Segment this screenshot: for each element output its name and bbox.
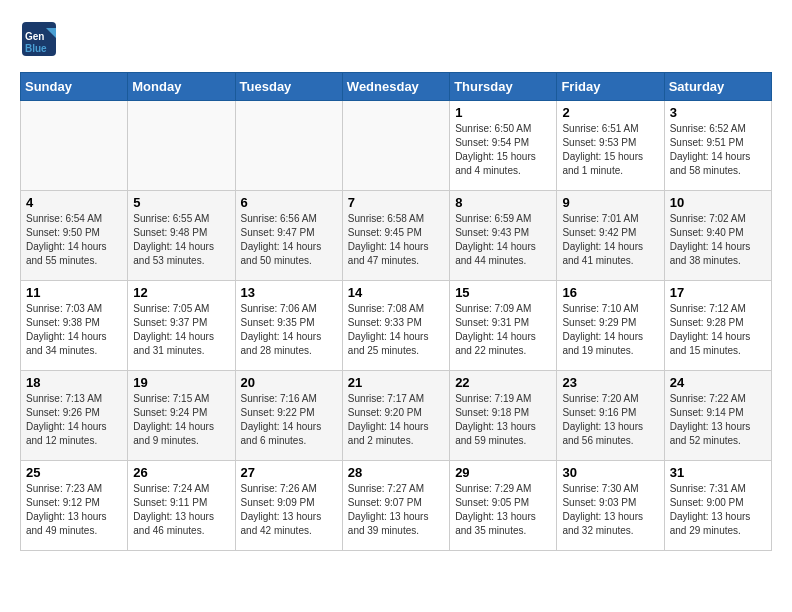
calendar-cell: 11Sunrise: 7:03 AM Sunset: 9:38 PM Dayli… <box>21 281 128 371</box>
day-info: Sunrise: 7:02 AM Sunset: 9:40 PM Dayligh… <box>670 212 766 268</box>
weekday-header-wednesday: Wednesday <box>342 73 449 101</box>
day-info: Sunrise: 7:05 AM Sunset: 9:37 PM Dayligh… <box>133 302 229 358</box>
day-info: Sunrise: 7:30 AM Sunset: 9:03 PM Dayligh… <box>562 482 658 538</box>
calendar-cell: 21Sunrise: 7:17 AM Sunset: 9:20 PM Dayli… <box>342 371 449 461</box>
day-number: 27 <box>241 465 337 480</box>
day-info: Sunrise: 6:52 AM Sunset: 9:51 PM Dayligh… <box>670 122 766 178</box>
day-info: Sunrise: 7:23 AM Sunset: 9:12 PM Dayligh… <box>26 482 122 538</box>
calendar-cell: 26Sunrise: 7:24 AM Sunset: 9:11 PM Dayli… <box>128 461 235 551</box>
day-number: 28 <box>348 465 444 480</box>
day-info: Sunrise: 7:06 AM Sunset: 9:35 PM Dayligh… <box>241 302 337 358</box>
day-number: 3 <box>670 105 766 120</box>
day-number: 7 <box>348 195 444 210</box>
calendar-cell: 7Sunrise: 6:58 AM Sunset: 9:45 PM Daylig… <box>342 191 449 281</box>
day-info: Sunrise: 7:10 AM Sunset: 9:29 PM Dayligh… <box>562 302 658 358</box>
calendar-cell: 19Sunrise: 7:15 AM Sunset: 9:24 PM Dayli… <box>128 371 235 461</box>
day-info: Sunrise: 7:31 AM Sunset: 9:00 PM Dayligh… <box>670 482 766 538</box>
day-info: Sunrise: 7:08 AM Sunset: 9:33 PM Dayligh… <box>348 302 444 358</box>
calendar-cell: 28Sunrise: 7:27 AM Sunset: 9:07 PM Dayli… <box>342 461 449 551</box>
day-number: 31 <box>670 465 766 480</box>
day-number: 2 <box>562 105 658 120</box>
calendar-cell: 18Sunrise: 7:13 AM Sunset: 9:26 PM Dayli… <box>21 371 128 461</box>
calendar-week-row: 4Sunrise: 6:54 AM Sunset: 9:50 PM Daylig… <box>21 191 772 281</box>
calendar-cell: 4Sunrise: 6:54 AM Sunset: 9:50 PM Daylig… <box>21 191 128 281</box>
day-info: Sunrise: 6:50 AM Sunset: 9:54 PM Dayligh… <box>455 122 551 178</box>
weekday-header-monday: Monday <box>128 73 235 101</box>
calendar-cell <box>235 101 342 191</box>
day-number: 9 <box>562 195 658 210</box>
calendar-cell: 24Sunrise: 7:22 AM Sunset: 9:14 PM Dayli… <box>664 371 771 461</box>
calendar-table: SundayMondayTuesdayWednesdayThursdayFrid… <box>20 72 772 551</box>
calendar-cell: 6Sunrise: 6:56 AM Sunset: 9:47 PM Daylig… <box>235 191 342 281</box>
page-header: Gen Blue <box>20 20 772 62</box>
weekday-header-tuesday: Tuesday <box>235 73 342 101</box>
calendar-cell: 13Sunrise: 7:06 AM Sunset: 9:35 PM Dayli… <box>235 281 342 371</box>
weekday-header-thursday: Thursday <box>450 73 557 101</box>
weekday-header-friday: Friday <box>557 73 664 101</box>
calendar-cell: 30Sunrise: 7:30 AM Sunset: 9:03 PM Dayli… <box>557 461 664 551</box>
day-number: 30 <box>562 465 658 480</box>
day-number: 1 <box>455 105 551 120</box>
day-info: Sunrise: 7:16 AM Sunset: 9:22 PM Dayligh… <box>241 392 337 448</box>
calendar-cell: 10Sunrise: 7:02 AM Sunset: 9:40 PM Dayli… <box>664 191 771 281</box>
weekday-header-saturday: Saturday <box>664 73 771 101</box>
calendar-cell: 17Sunrise: 7:12 AM Sunset: 9:28 PM Dayli… <box>664 281 771 371</box>
day-info: Sunrise: 7:26 AM Sunset: 9:09 PM Dayligh… <box>241 482 337 538</box>
day-info: Sunrise: 7:29 AM Sunset: 9:05 PM Dayligh… <box>455 482 551 538</box>
calendar-cell: 27Sunrise: 7:26 AM Sunset: 9:09 PM Dayli… <box>235 461 342 551</box>
calendar-week-row: 18Sunrise: 7:13 AM Sunset: 9:26 PM Dayli… <box>21 371 772 461</box>
day-info: Sunrise: 7:15 AM Sunset: 9:24 PM Dayligh… <box>133 392 229 448</box>
weekday-header-sunday: Sunday <box>21 73 128 101</box>
calendar-week-row: 11Sunrise: 7:03 AM Sunset: 9:38 PM Dayli… <box>21 281 772 371</box>
day-number: 18 <box>26 375 122 390</box>
day-info: Sunrise: 7:20 AM Sunset: 9:16 PM Dayligh… <box>562 392 658 448</box>
calendar-cell <box>128 101 235 191</box>
calendar-cell: 20Sunrise: 7:16 AM Sunset: 9:22 PM Dayli… <box>235 371 342 461</box>
day-info: Sunrise: 7:12 AM Sunset: 9:28 PM Dayligh… <box>670 302 766 358</box>
day-number: 19 <box>133 375 229 390</box>
calendar-cell: 3Sunrise: 6:52 AM Sunset: 9:51 PM Daylig… <box>664 101 771 191</box>
day-number: 20 <box>241 375 337 390</box>
day-info: Sunrise: 7:03 AM Sunset: 9:38 PM Dayligh… <box>26 302 122 358</box>
day-info: Sunrise: 6:54 AM Sunset: 9:50 PM Dayligh… <box>26 212 122 268</box>
calendar-cell: 5Sunrise: 6:55 AM Sunset: 9:48 PM Daylig… <box>128 191 235 281</box>
day-number: 11 <box>26 285 122 300</box>
day-number: 26 <box>133 465 229 480</box>
calendar-cell <box>342 101 449 191</box>
day-info: Sunrise: 7:09 AM Sunset: 9:31 PM Dayligh… <box>455 302 551 358</box>
calendar-cell: 14Sunrise: 7:08 AM Sunset: 9:33 PM Dayli… <box>342 281 449 371</box>
svg-text:Gen: Gen <box>25 31 44 42</box>
day-number: 12 <box>133 285 229 300</box>
calendar-cell: 8Sunrise: 6:59 AM Sunset: 9:43 PM Daylig… <box>450 191 557 281</box>
day-number: 22 <box>455 375 551 390</box>
day-number: 14 <box>348 285 444 300</box>
day-number: 13 <box>241 285 337 300</box>
day-info: Sunrise: 7:22 AM Sunset: 9:14 PM Dayligh… <box>670 392 766 448</box>
calendar-cell: 25Sunrise: 7:23 AM Sunset: 9:12 PM Dayli… <box>21 461 128 551</box>
day-number: 16 <box>562 285 658 300</box>
day-info: Sunrise: 7:13 AM Sunset: 9:26 PM Dayligh… <box>26 392 122 448</box>
day-number: 25 <box>26 465 122 480</box>
day-number: 4 <box>26 195 122 210</box>
day-info: Sunrise: 7:27 AM Sunset: 9:07 PM Dayligh… <box>348 482 444 538</box>
calendar-cell <box>21 101 128 191</box>
day-info: Sunrise: 6:55 AM Sunset: 9:48 PM Dayligh… <box>133 212 229 268</box>
day-number: 24 <box>670 375 766 390</box>
logo-icon: Gen Blue <box>20 20 58 58</box>
day-info: Sunrise: 7:17 AM Sunset: 9:20 PM Dayligh… <box>348 392 444 448</box>
day-number: 15 <box>455 285 551 300</box>
calendar-cell: 16Sunrise: 7:10 AM Sunset: 9:29 PM Dayli… <box>557 281 664 371</box>
day-info: Sunrise: 6:56 AM Sunset: 9:47 PM Dayligh… <box>241 212 337 268</box>
day-number: 5 <box>133 195 229 210</box>
calendar-cell: 1Sunrise: 6:50 AM Sunset: 9:54 PM Daylig… <box>450 101 557 191</box>
calendar-cell: 31Sunrise: 7:31 AM Sunset: 9:00 PM Dayli… <box>664 461 771 551</box>
calendar-cell: 2Sunrise: 6:51 AM Sunset: 9:53 PM Daylig… <box>557 101 664 191</box>
day-number: 10 <box>670 195 766 210</box>
day-info: Sunrise: 7:19 AM Sunset: 9:18 PM Dayligh… <box>455 392 551 448</box>
calendar-cell: 23Sunrise: 7:20 AM Sunset: 9:16 PM Dayli… <box>557 371 664 461</box>
calendar-week-row: 1Sunrise: 6:50 AM Sunset: 9:54 PM Daylig… <box>21 101 772 191</box>
logo: Gen Blue <box>20 20 64 62</box>
day-info: Sunrise: 7:01 AM Sunset: 9:42 PM Dayligh… <box>562 212 658 268</box>
calendar-cell: 15Sunrise: 7:09 AM Sunset: 9:31 PM Dayli… <box>450 281 557 371</box>
calendar-week-row: 25Sunrise: 7:23 AM Sunset: 9:12 PM Dayli… <box>21 461 772 551</box>
